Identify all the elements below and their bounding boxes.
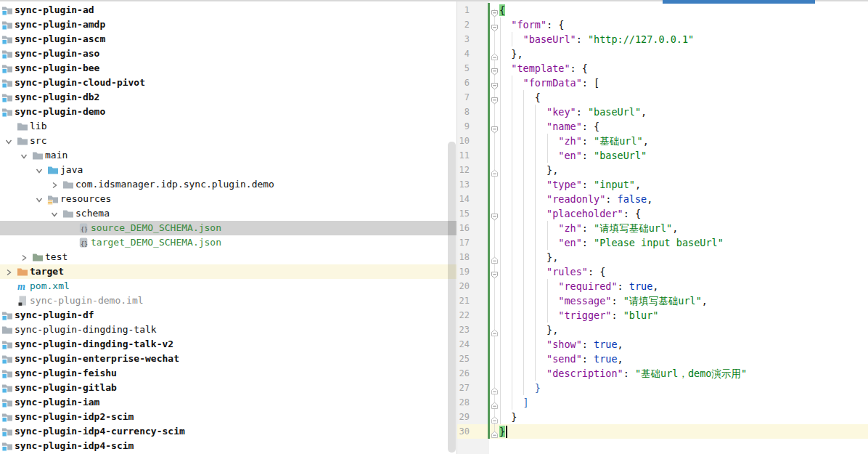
- fold-end-icon[interactable]: [491, 50, 499, 58]
- tree-item-java[interactable]: java: [0, 163, 456, 177]
- token-p: :: [618, 280, 629, 292]
- chevron-down-icon[interactable]: [35, 165, 46, 177]
- tree-item-sync-plugin-feishu[interactable]: sync-plugin-feishu: [0, 366, 456, 381]
- code-line-30[interactable]: }: [499, 424, 505, 439]
- code-line-20[interactable]: "required": true,: [499, 279, 658, 293]
- line-number: 14: [457, 192, 470, 206]
- code-line-19[interactable]: "rules": {: [499, 264, 605, 279]
- line-number: 30: [457, 424, 470, 439]
- tree-item-sync-plugin-gitlab[interactable]: sync-plugin-gitlab: [0, 381, 456, 395]
- chevron-right-icon[interactable]: [50, 179, 62, 191]
- code-line-26[interactable]: "description": "基础url，demo演示用": [499, 366, 747, 381]
- code-line-6[interactable]: "formData": [: [499, 76, 599, 90]
- chevron-down-icon[interactable]: [35, 194, 46, 206]
- code-line-2[interactable]: "form": {: [499, 17, 564, 32]
- code-line-14[interactable]: "readonly": false,: [499, 192, 652, 206]
- line-number: 19: [457, 264, 470, 279]
- chevron-right-icon[interactable]: [4, 267, 16, 278]
- line-number: 20: [457, 279, 470, 293]
- tree-item-sync-plugin-idp2-scim[interactable]: sync-plugin-idp2-scim: [0, 410, 456, 424]
- code-line-29[interactable]: }: [499, 410, 517, 424]
- tree-item-pom-xml[interactable]: mpom.xml: [0, 279, 456, 293]
- line-number: 24: [457, 337, 470, 352]
- code-line-25[interactable]: "send": true,: [499, 352, 623, 366]
- token-w: false: [618, 193, 647, 205]
- fold-end-icon[interactable]: [491, 326, 499, 334]
- fold-end-icon[interactable]: [491, 254, 499, 262]
- code-line-16[interactable]: "zh": "请填写基础url",: [499, 221, 678, 235]
- fold-collapse-icon[interactable]: [491, 79, 499, 87]
- code-line-23[interactable]: },: [499, 323, 558, 337]
- fold-collapse-icon[interactable]: [491, 7, 499, 15]
- fold-collapse-icon[interactable]: [491, 123, 499, 131]
- tree-item-sync-plugin-enterprise-wechat[interactable]: sync-plugin-enterprise-wechat: [0, 352, 456, 366]
- fold-end-icon[interactable]: [491, 399, 499, 407]
- tree-item-lib[interactable]: lib: [0, 119, 456, 134]
- token-s: "baseUrl": [594, 150, 647, 161]
- tree-item-target[interactable]: target: [0, 264, 456, 279]
- code-line-7[interactable]: {: [499, 90, 541, 105]
- line-number: 16: [457, 221, 470, 235]
- tree-item-sync-plugin-dingding-talk[interactable]: sync-plugin-dingding-talk: [0, 323, 456, 337]
- tree-item-sync-plugin-iam[interactable]: sync-plugin-iam: [0, 395, 456, 410]
- fold-end-icon[interactable]: [491, 166, 499, 174]
- code-line-11[interactable]: "en": "baseUrl": [499, 148, 647, 163]
- tree-item-sync-plugin-demo-iml[interactable]: sync-plugin-demo.iml: [0, 293, 456, 308]
- tree-item-sync-plugin-amdp[interactable]: sync-plugin-amdp: [0, 17, 456, 32]
- code-line-28[interactable]: ]: [499, 395, 529, 410]
- token-p: [499, 353, 546, 365]
- code-line-3[interactable]: "baseUrl": "http://127.0.0.1": [499, 32, 694, 46]
- tree-item-sync-plugin-demo[interactable]: sync-plugin-demo: [0, 105, 456, 119]
- code-line-1[interactable]: {: [499, 3, 505, 17]
- tree-item-sync-plugin-df[interactable]: sync-plugin-df: [0, 308, 456, 323]
- tree-item-com-idsmanager-idp-sync-plugin-demo[interactable]: com.idsmanager.idp.sync.plugin.demo: [0, 177, 456, 192]
- tree-item-sync-plugin-aso[interactable]: sync-plugin-aso: [0, 46, 456, 61]
- code-line-24[interactable]: "show": true,: [499, 337, 623, 352]
- fold-end-icon[interactable]: [491, 413, 499, 421]
- tree-item-label: sync-plugin-cloud-pivot: [15, 76, 145, 90]
- code-line-12[interactable]: },: [499, 163, 558, 177]
- code-line-4[interactable]: },: [499, 46, 523, 61]
- tree-item-sync-plugin-idp4-scim[interactable]: sync-plugin-idp4-scim: [0, 439, 456, 453]
- tree-item-sync-plugin-db2[interactable]: sync-plugin-db2: [0, 90, 456, 105]
- chevron-down-icon[interactable]: [20, 150, 31, 162]
- tree-item-sync-plugin-dingding-talk-v2[interactable]: sync-plugin-dingding-talk-v2: [0, 337, 456, 352]
- token-p: ,: [618, 353, 623, 365]
- tree-item-src[interactable]: src: [0, 134, 456, 148]
- fold-collapse-icon[interactable]: [491, 268, 499, 276]
- code-line-10[interactable]: "zh": "基础url",: [499, 134, 649, 148]
- tree-item-sync-plugin-ascm[interactable]: sync-plugin-ascm: [0, 32, 456, 46]
- chevron-down-icon[interactable]: [50, 208, 62, 220]
- fold-end-icon[interactable]: [491, 384, 499, 392]
- code-line-17[interactable]: "en": "Please input baseUrl": [499, 235, 724, 250]
- chevron-right-icon[interactable]: [20, 252, 31, 264]
- tree-item-test[interactable]: test: [0, 250, 456, 264]
- tree-vertical-scrollbar-thumb[interactable]: [448, 142, 456, 453]
- tree-item-sync-plugin-idp4-currency-scim[interactable]: sync-plugin-idp4-currency-scim: [0, 424, 456, 439]
- token-p: ,: [641, 106, 647, 118]
- tree-item-sync-plugin-ad[interactable]: sync-plugin-ad: [0, 3, 456, 17]
- code-line-8[interactable]: "key": "baseUrl",: [499, 105, 647, 119]
- fold-collapse-icon[interactable]: [491, 210, 499, 218]
- tree-item-main[interactable]: main: [0, 148, 456, 163]
- code-line-18[interactable]: },: [499, 250, 558, 264]
- code-line-27[interactable]: }: [499, 381, 541, 395]
- code-line-9[interactable]: "name": {: [499, 119, 599, 134]
- fold-end-icon[interactable]: [491, 428, 499, 436]
- code-line-5[interactable]: "template": {: [499, 61, 588, 76]
- code-line-15[interactable]: "placeholder": {: [499, 206, 641, 221]
- tree-item-resources[interactable]: resources: [0, 192, 456, 206]
- tree-item-sync-plugin-cloud-pivot[interactable]: sync-plugin-cloud-pivot: [0, 76, 456, 90]
- code-line-21[interactable]: "message": "请填写基础url",: [499, 293, 708, 308]
- token-k: "zh": [558, 135, 582, 147]
- chevron-down-icon[interactable]: [4, 136, 16, 147]
- fold-collapse-icon[interactable]: [491, 21, 499, 29]
- tree-item-sync-plugin-bee[interactable]: sync-plugin-bee: [0, 61, 456, 76]
- fold-collapse-icon[interactable]: [491, 94, 499, 102]
- code-line-13[interactable]: "type": "input",: [499, 177, 641, 192]
- tree-item-schema[interactable]: schema: [0, 206, 456, 221]
- code-line-22[interactable]: "trigger": "blur": [499, 308, 658, 323]
- fold-collapse-icon[interactable]: [491, 65, 499, 73]
- tree-item-target-demo-schema-json[interactable]: {}target_DEMO_SCHEMA.json: [0, 235, 456, 250]
- tree-item-source-demo-schema-json[interactable]: {}source_DEMO_SCHEMA.json: [0, 221, 456, 235]
